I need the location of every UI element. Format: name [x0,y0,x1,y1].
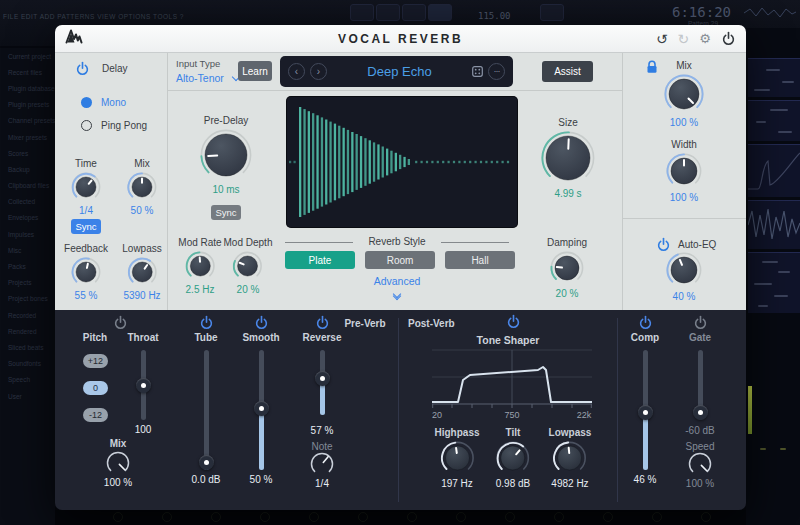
reverb-style-plate[interactable]: Plate [285,251,355,269]
autoeq-knob[interactable]: 40 % [666,252,702,302]
playlist-pattern-clip[interactable] [748,252,800,313]
delay-power-icon[interactable] [75,61,90,76]
damping-knob[interactable]: Damping 20 % [547,237,587,299]
note-knob[interactable] [309,451,335,477]
advanced-double-chevron-icon[interactable] [394,291,400,299]
comp-power-icon[interactable] [638,315,653,330]
daw-browser-item[interactable]: Envelopes [0,210,55,226]
daw-bpm-display[interactable]: 115.00 [478,11,511,21]
random-preset-icon[interactable] [472,66,483,77]
comp-slider[interactable] [638,350,653,470]
delay-mix-knob[interactable]: Mix 50 % [127,158,157,216]
learn-button[interactable]: Learn [238,61,272,81]
preset-next-button[interactable]: › [310,63,327,80]
output-mix-knob[interactable]: Mix 100 % [664,60,704,128]
settings-gear-icon[interactable]: ⚙ [699,32,711,45]
preset-name[interactable]: Deep Echo [332,64,467,79]
delay-feedback-dial[interactable] [71,257,101,287]
daw-browser-item[interactable]: Recorded [0,307,55,323]
undo-icon[interactable]: ↺ [656,32,668,46]
daw-transport-button[interactable] [350,4,374,21]
daw-browser-item[interactable]: Packs [0,258,55,274]
lock-icon[interactable] [645,59,659,78]
size-dial[interactable] [541,131,595,185]
ping-pong-radio[interactable] [81,120,92,131]
highpass-knob[interactable]: Highpass 197 Hz [434,427,479,489]
daw-browser-item[interactable]: User [0,388,55,404]
pitch-button--12[interactable]: -12 [83,408,108,422]
size-knob[interactable]: Size 4.99 s [541,117,595,199]
predelay-dial[interactable] [200,129,252,181]
daw-browser-item[interactable]: Sliced beats [0,339,55,355]
throat-slider[interactable] [136,350,151,420]
delay-mix-dial[interactable] [127,172,157,202]
daw-transport-button[interactable] [540,4,564,21]
reverb-style-hall[interactable]: Hall [445,251,515,269]
daw-browser-item[interactable]: Speech [0,372,55,388]
mod-depth-dial[interactable] [233,251,263,281]
tone-shaper-graph[interactable] [432,347,592,409]
mod-rate-dial[interactable] [185,251,215,281]
daw-browser-item[interactable]: Mixer presets [0,129,55,145]
pitch-button-0[interactable]: 0 [83,381,108,395]
delay-lowpass-dial[interactable] [127,257,157,287]
plugin-power-icon[interactable] [721,31,736,46]
width-dial[interactable] [666,153,702,189]
daw-browser-item[interactable]: Rendered [0,323,55,339]
advanced-link[interactable]: Advanced [374,275,421,287]
autoeq-power-icon[interactable] [656,237,671,252]
autoeq-dial[interactable] [666,252,702,288]
tilt-knob[interactable]: Tilt 0.98 dB [496,427,530,489]
tube-slider[interactable] [199,350,214,470]
playlist-automation-clip[interactable] [748,144,800,197]
mod-rate-knob[interactable]: Mod Rate 2.5 Hz [178,237,221,295]
postverb-lowpass-dial[interactable] [553,441,587,475]
highpass-dial[interactable] [440,441,474,475]
daw-browser-item[interactable]: Collected [0,194,55,210]
tube-power-icon[interactable] [199,315,214,330]
pitch-mix-knob[interactable] [105,450,131,476]
daw-browser-item[interactable]: Impulses [0,226,55,242]
daw-transport-button[interactable] [428,4,452,21]
daw-browser-item[interactable]: Current project [0,48,55,64]
damping-dial[interactable] [550,251,584,285]
delay-feedback-knob[interactable]: Feedback 55 % [64,243,108,301]
delay-lowpass-knob[interactable]: Lowpass 5390 Hz [122,243,161,301]
delay-time-dial[interactable] [71,172,101,202]
pitch-power-icon[interactable] [113,315,128,330]
predelay-knob[interactable]: Pre-Delay 10 ms [200,115,252,195]
daw-menu-bar[interactable]: FILE EDIT ADD PATTERNS VIEW OPTIONS TOOL… [3,13,184,20]
daw-transport-button[interactable] [376,4,400,21]
reverb-style-room[interactable]: Room [365,251,435,269]
gate-slider[interactable] [693,350,708,420]
preset-menu-icon[interactable]: ··· [488,63,505,80]
playlist-clip[interactable] [748,58,800,97]
smooth-slider[interactable] [254,350,269,470]
input-type-dropdown[interactable]: Alto-Tenor [176,72,239,84]
predelay-sync-button[interactable]: Sync [211,205,241,220]
output-mix-dial[interactable] [664,74,704,114]
daw-browser-item[interactable]: Projects [0,275,55,291]
tilt-dial[interactable] [496,441,530,475]
postverb-lowpass-knob[interactable]: Lowpass 4982 Hz [549,427,592,489]
playlist-clip[interactable] [748,100,800,141]
daw-browser-item[interactable]: Backup [0,161,55,177]
daw-browser-item[interactable]: Plugin database [0,80,55,96]
daw-browser-item[interactable]: Channel presets [0,113,55,129]
daw-transport-button[interactable] [402,4,426,21]
daw-browser-item[interactable]: Project bones [0,291,55,307]
pitch-button-+12[interactable]: +12 [83,354,108,368]
redo-icon[interactable]: ↻ [678,32,690,46]
smooth-power-icon[interactable] [254,315,269,330]
assist-button[interactable]: Assist [542,61,593,82]
postverb-power-icon[interactable] [506,314,521,329]
width-knob[interactable]: Width 100 % [666,139,702,203]
daw-browser-item[interactable]: Clipboard files [0,178,55,194]
delay-sync-button[interactable]: Sync [71,219,101,234]
daw-browser-item[interactable]: Soundfonts [0,356,55,372]
daw-browser-item[interactable]: Misc [0,242,55,258]
mono-radio[interactable] [81,97,92,108]
delay-time-knob[interactable]: Time 1/4 [71,158,101,216]
gate-speed-knob[interactable] [687,451,713,477]
playlist-audio-clip[interactable] [748,200,800,249]
